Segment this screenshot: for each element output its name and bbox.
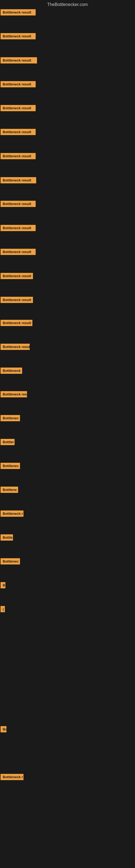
bottleneck-bar[interactable]: Bottleneck result	[1, 297, 33, 303]
bottleneck-bar[interactable]: Bottleneck result	[1, 249, 36, 255]
bottleneck-bar[interactable]: Bottleneck	[1, 368, 22, 374]
bottleneck-bar[interactable]: Bottleneck r	[1, 774, 24, 780]
bottleneck-bar[interactable]: Bottlenec	[1, 558, 20, 564]
bottleneck-bar[interactable]: Bottleneck resul	[1, 344, 30, 350]
bottleneck-bar[interactable]: Bottleneck result	[1, 177, 36, 183]
site-title: TheBottlenecker.com	[0, 0, 135, 9]
bottleneck-bar[interactable]: Bottlenec	[1, 463, 20, 469]
bottleneck-bar[interactable]: Bottleneck result	[1, 33, 36, 39]
bottleneck-bar[interactable]: Bottleneck result	[1, 201, 36, 207]
bars-container: Bottleneck resultBottleneck resultBottle…	[0, 9, 135, 868]
bottleneck-bar[interactable]: Bottleneck result	[1, 9, 36, 16]
bottleneck-bar[interactable]: Bottleneck result	[1, 225, 36, 231]
bottleneck-bar[interactable]: Bottleneck res	[1, 391, 27, 397]
bottleneck-bar[interactable]: Bottleneck result	[1, 81, 36, 87]
bottleneck-bar[interactable]: Bottlenec	[1, 415, 20, 421]
bottleneck-bar[interactable]: Bottleneck result	[1, 320, 32, 326]
bottleneck-bar[interactable]: Bottleneck result	[1, 57, 37, 63]
bottleneck-bar[interactable]: Bottlene	[1, 487, 18, 493]
bottleneck-bar[interactable]: Bottleneck result	[1, 153, 36, 159]
bottleneck-bar[interactable]: Bottle	[1, 534, 13, 540]
bottleneck-bar[interactable]: Bo	[1, 726, 6, 733]
bottleneck-bar[interactable]: Bottler	[1, 439, 14, 445]
bottleneck-bar[interactable]: B	[1, 582, 5, 588]
bottleneck-bar[interactable]: Bottleneck result	[1, 129, 36, 135]
bottleneck-bar[interactable]: Bottleneck r	[1, 510, 24, 517]
bottleneck-bar[interactable]: Bottleneck result	[1, 273, 33, 279]
bottleneck-bar[interactable]: Bottleneck result	[1, 105, 36, 111]
bottleneck-bar[interactable]: |	[1, 606, 5, 612]
